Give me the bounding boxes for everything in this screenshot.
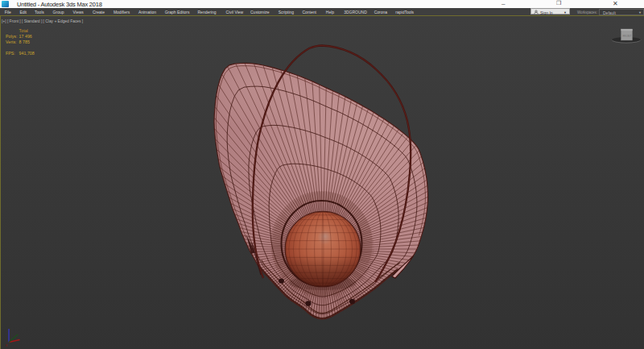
svg-text:x: x xyxy=(6,343,8,347)
svg-text:FRONT: FRONT xyxy=(622,35,631,38)
